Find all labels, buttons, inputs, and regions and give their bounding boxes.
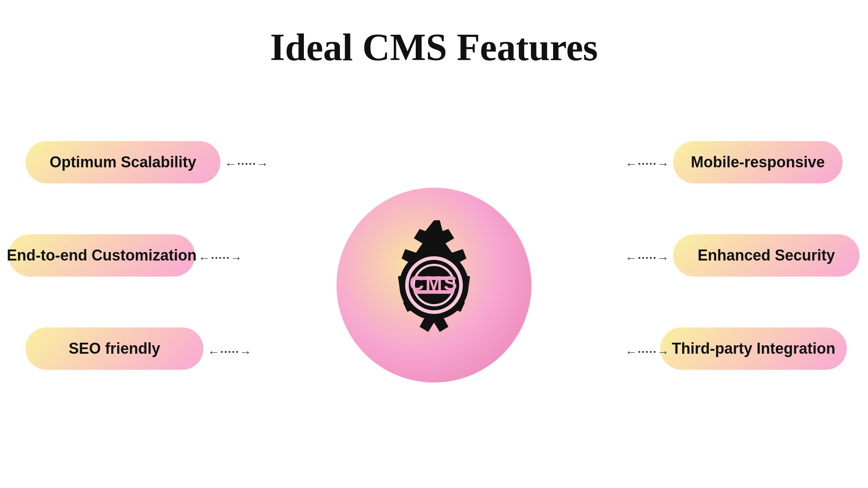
cms-gear-icon: CMS (362, 213, 506, 357)
svg-rect-5 (414, 277, 454, 280)
feature-label-optimum-scalability: Optimum Scalability (50, 153, 196, 171)
feature-label-end-to-end: End-to-end Customization (7, 247, 197, 264)
feature-pill-optimum-scalability: Optimum Scalability (25, 141, 220, 183)
diagram-container: Optimum Scalability End-to-end Customiza… (0, 94, 868, 476)
feature-label-enhanced-security: Enhanced Security (698, 247, 835, 264)
svg-rect-6 (414, 290, 454, 294)
arrow-optimum-scalability: ←·····→ (225, 157, 269, 171)
arrow-seo-friendly: ←·····→ (208, 345, 252, 359)
feature-pill-third-party-integration: Third-party Integration (660, 327, 847, 370)
feature-pill-seo-friendly: SEO friendly (25, 327, 203, 370)
feature-label-mobile-responsive: Mobile-responsive (691, 153, 825, 171)
feature-label-seo-friendly: SEO friendly (69, 340, 160, 358)
feature-pill-enhanced-security: Enhanced Security (673, 234, 860, 277)
arrow-end-to-end: ←·····→ (198, 251, 243, 265)
arrow-third-party: ←·····→ (625, 345, 670, 359)
feature-label-third-party-integration: Third-party Integration (672, 340, 835, 358)
feature-pill-mobile-responsive: Mobile-responsive (673, 141, 843, 183)
arrow-mobile-responsive: ←·····→ (625, 157, 670, 171)
arrow-enhanced-security: ←·····→ (625, 251, 670, 265)
page-title: Ideal CMS Features (270, 25, 598, 69)
center-circle: CMS (337, 188, 531, 383)
gear-wrapper: CMS (358, 209, 510, 361)
feature-pill-end-to-end-customization: End-to-end Customization (8, 234, 195, 277)
